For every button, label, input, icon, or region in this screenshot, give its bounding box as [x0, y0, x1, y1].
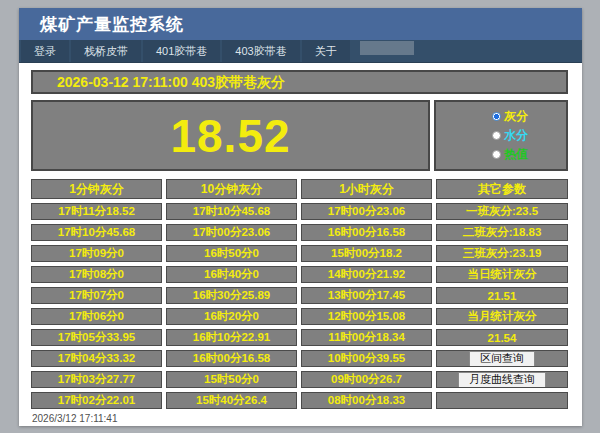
- current-value-panel: 18.52: [31, 100, 430, 171]
- radio-calorific[interactable]: 热值: [492, 146, 566, 163]
- reading-title: 2026-03-12 17:11:00 403胶带巷灰分: [31, 70, 568, 94]
- table-cell: 13时00分17.45: [301, 287, 432, 304]
- radio-calorific-label: 热值: [504, 146, 528, 163]
- table-header-cell: 10分钟灰分: [166, 179, 297, 199]
- window-title: 煤矿产量监控系统: [19, 8, 582, 40]
- table-cell: 16时20分0: [166, 308, 297, 325]
- table-cell: 15时00分18.2: [301, 245, 432, 262]
- table-cell: 二班灰分:18.83: [436, 224, 568, 241]
- table-header-cell: 1小时灰分: [301, 179, 432, 199]
- table-cell: 16时30分25.89: [166, 287, 297, 304]
- table-header-cell: 其它参数: [436, 179, 568, 199]
- table-cell: 16时00分16.58: [301, 224, 432, 241]
- menu-item-about[interactable]: 关于: [302, 40, 350, 62]
- app-window: 煤矿产量监控系统 登录栈桥皮带401胶带巷403胶带巷关于 2026-03-12…: [19, 8, 582, 426]
- data-table: 1分钟灰分10分钟灰分1小时灰分其它参数17时11分18.5217时10分45.…: [31, 179, 568, 409]
- table-cell: 17时02分22.01: [31, 392, 162, 409]
- table-cell: 17时07分0: [31, 287, 162, 304]
- current-value: 18.52: [170, 109, 290, 163]
- range-query-button[interactable]: 区间查询: [469, 351, 535, 367]
- table-cell: 16时10分22.91: [166, 329, 297, 346]
- table-cell: 17时05分33.95: [31, 329, 162, 346]
- table-cell: 17时10分45.68: [31, 224, 162, 241]
- table-cell: 16时00分16.58: [166, 350, 297, 367]
- radio-moisture-label: 水分: [504, 127, 528, 144]
- table-cell: 17时10分45.68: [166, 203, 297, 220]
- table-cell: 11时00分18.34: [301, 329, 432, 346]
- table-cell: 16时50分0: [166, 245, 297, 262]
- table-cell: 17时11分18.52: [31, 203, 162, 220]
- table-cell-empty: [436, 392, 568, 409]
- menu-item-403-belt[interactable]: 403胶带巷: [222, 40, 299, 62]
- menu-item-login[interactable]: 登录: [21, 40, 69, 62]
- radio-moisture[interactable]: 水分: [492, 127, 566, 144]
- table-cell: 08时00分18.33: [301, 392, 432, 409]
- radio-ash-label: 灰分: [504, 108, 528, 125]
- table-cell: 21.54: [436, 329, 568, 346]
- status-timestamp: 2026/3/12 17:11:41: [31, 413, 568, 424]
- table-cell: 15时50分0: [166, 371, 297, 388]
- menu-item-bridge-belt[interactable]: 栈桥皮带: [71, 40, 141, 62]
- table-cell: 17时00分23.06: [166, 224, 297, 241]
- table-cell: 15时40分26.4: [166, 392, 297, 409]
- table-cell: 17时04分33.32: [31, 350, 162, 367]
- table-cell: 21.51: [436, 287, 568, 304]
- table-cell: 14时00分21.92: [301, 266, 432, 283]
- table-cell: 当日统计灰分: [436, 266, 568, 283]
- table-cell: 17时06分0: [31, 308, 162, 325]
- table-cell: 16时40分0: [166, 266, 297, 283]
- table-cell: 区间查询: [436, 350, 568, 367]
- table-cell: 一班灰分:23.5: [436, 203, 568, 220]
- radio-calorific-icon[interactable]: [492, 150, 501, 159]
- table-cell: 当月统计灰分: [436, 308, 568, 325]
- radio-ash[interactable]: 灰分: [492, 108, 566, 125]
- parameter-radio-group: 灰分水分热值: [434, 100, 568, 171]
- monthly-curve-query-button[interactable]: 月度曲线查询: [458, 372, 546, 388]
- table-cell: 09时00分26.7: [301, 371, 432, 388]
- table-cell: 12时00分15.08: [301, 308, 432, 325]
- table-cell: 三班灰分:23.19: [436, 245, 568, 262]
- table-cell: 17时03分27.77: [31, 371, 162, 388]
- main-form: 2026-03-12 17:11:00 403胶带巷灰分 18.52 灰分水分热…: [19, 63, 582, 424]
- table-cell: 17时08分0: [31, 266, 162, 283]
- desktop: { "window_title": "煤矿产量监控系统", "menu": { …: [0, 0, 600, 433]
- table-cell: 10时00分39.55: [301, 350, 432, 367]
- menu-bar: 登录栈桥皮带401胶带巷403胶带巷关于: [19, 40, 582, 63]
- radio-moisture-icon[interactable]: [492, 131, 501, 140]
- display-row: 18.52 灰分水分热值: [31, 100, 568, 171]
- menu-item-401-belt[interactable]: 401胶带巷: [143, 40, 220, 62]
- table-header-cell: 1分钟灰分: [31, 179, 162, 199]
- table-cell: 17时00分23.06: [301, 203, 432, 220]
- menu-highlight-placeholder: [360, 41, 414, 55]
- radio-ash-icon[interactable]: [492, 112, 501, 121]
- table-cell: 月度曲线查询: [436, 371, 568, 388]
- table-cell: 17时09分0: [31, 245, 162, 262]
